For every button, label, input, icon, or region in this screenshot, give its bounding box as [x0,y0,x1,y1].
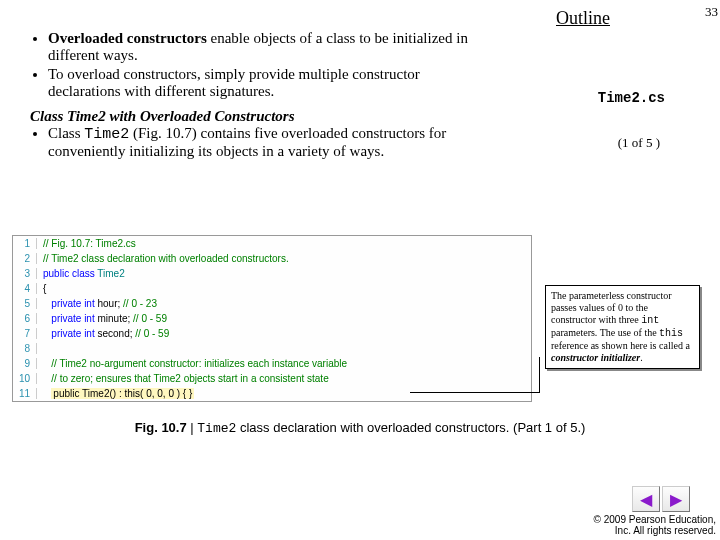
code-text: // Time2 class declaration with overload… [37,253,289,264]
anno-text-3: reference as shown here is called a [551,340,690,351]
fig-code: Time2 [197,421,236,436]
bullet-1-bold: Overloaded constructors [48,30,207,46]
line-number: 9 [13,358,37,369]
code-text: private int second; // 0 - 59 [37,328,169,339]
line-number: 8 [13,343,37,354]
anno-text-4: . [640,352,643,363]
line-number: 4 [13,283,37,294]
outline-heading: Outline [556,8,610,29]
code-text: // Fig. 10.7: Time2.cs [37,238,136,249]
code-line: 5 private int hour; // 0 - 23 [13,296,531,311]
code-text: { [37,283,46,294]
fig-rest: class declaration with overloaded constr… [236,420,585,435]
line-number: 3 [13,268,37,279]
bullet-3: Class Time2 (Fig. 10.7) contains five ov… [48,125,490,160]
anno-code-1: int [641,315,659,326]
next-button[interactable]: ▶ [662,486,690,512]
code-text: private int hour; // 0 - 23 [37,298,157,309]
page-number: 33 [705,4,718,20]
anno-code-2: this [659,328,683,339]
code-line: 2// Time2 class declaration with overloa… [13,251,531,266]
code-text: private int minute; // 0 - 59 [37,313,167,324]
figure-caption: Fig. 10.7 | Time2 class declaration with… [0,420,720,436]
code-text: // to zero; ensures that Time2 objects s… [37,373,329,384]
prev-button[interactable]: ◀ [632,486,660,512]
copyright-line1: © 2009 Pearson Education, [594,514,716,525]
bullet-3-code: Time2 [84,126,129,143]
part-indicator: (1 of 5 ) [618,135,660,151]
code-line: 7 private int second; // 0 - 59 [13,326,531,341]
line-number: 11 [13,388,37,399]
anno-text-2: parameters. The use of the [551,327,659,338]
code-listing: 1// Fig. 10.7: Time2.cs2// Time2 class d… [12,235,532,402]
line-number: 10 [13,373,37,384]
body-text: Overloaded constructors enable objects o… [30,30,490,160]
bullet-1: Overloaded constructors enable objects o… [48,30,490,64]
code-text: public class Time2 [37,268,125,279]
subheading: Class Time2 with Overloaded Constructors [30,108,294,124]
code-text: public Time2() : this( 0, 0, 0 ) { } [37,388,194,399]
code-line: 1// Fig. 10.7: Time2.cs [13,236,531,251]
copyright: © 2009 Pearson Education, Inc. All right… [594,514,716,536]
copyright-line2: Inc. All rights reserved. [615,525,716,536]
fig-sep: | [187,420,198,435]
slide-root: Outline 33 Time2.cs (1 of 5 ) Overloaded… [0,0,720,540]
anno-term: constructor initializer [551,352,640,363]
code-text: // Time2 no-argument constructor: initia… [37,358,347,369]
line-number: 6 [13,313,37,324]
line-number: 7 [13,328,37,339]
line-number: 2 [13,253,37,264]
code-line: 11 public Time2() : this( 0, 0, 0 ) { } [13,386,531,401]
code-line: 10 // to zero; ensures that Time2 object… [13,371,531,386]
line-number: 1 [13,238,37,249]
bullet-2: To overload constructors, simply provide… [48,66,490,100]
annotation-connector [410,392,540,393]
annotation-box: The parameterless constructor passes val… [545,285,700,369]
nav-buttons: ◀ ▶ [632,486,690,512]
line-number: 5 [13,298,37,309]
code-line: 3public class Time2 [13,266,531,281]
code-line: 9 // Time2 no-argument constructor: init… [13,356,531,371]
bullet-3-pre: Class [48,125,84,141]
code-line: 8 [13,341,531,356]
code-line: 6 private int minute; // 0 - 59 [13,311,531,326]
code-line: 4{ [13,281,531,296]
file-name-label: Time2.cs [598,90,665,106]
fig-num: Fig. 10.7 [135,420,187,435]
